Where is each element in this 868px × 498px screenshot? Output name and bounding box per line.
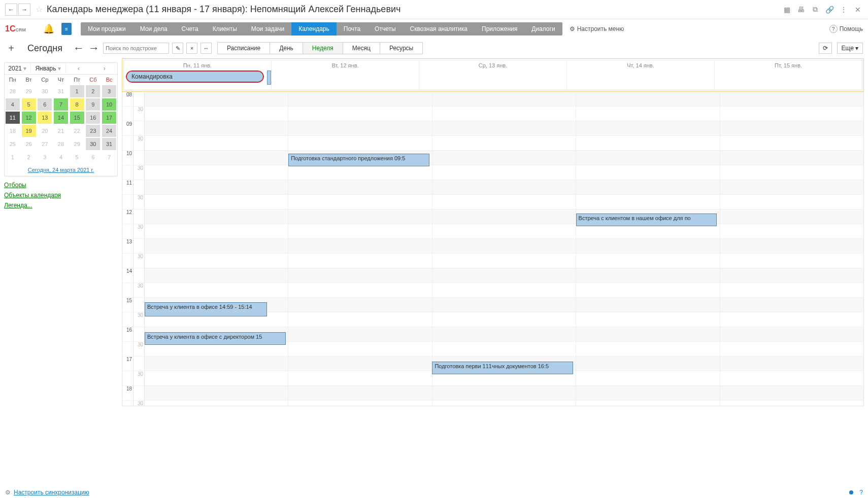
calendar-day[interactable]: 12 — [22, 112, 36, 124]
sidebar-link[interactable]: Отборы — [4, 182, 118, 189]
month-select[interactable]: Январь ▾ — [31, 63, 66, 74]
clear-icon[interactable]: × — [186, 43, 197, 54]
menu-item[interactable]: Приложения — [475, 22, 524, 35]
calendar-day[interactable]: 6 — [38, 98, 52, 111]
view-tab[interactable]: Месяц — [343, 42, 380, 54]
search-input[interactable] — [103, 43, 169, 54]
calendar-event[interactable]: Встреча у клиента в офисе 14:59 - 15:14 — [145, 302, 267, 316]
day-header: Чт, 14 янв. — [568, 61, 713, 69]
calendar-day[interactable]: 18 — [6, 125, 20, 137]
calendar-day[interactable]: 3 — [38, 151, 52, 163]
today-link[interactable]: Сегодня, 24 марта 2021 г. — [5, 164, 117, 176]
menu-item[interactable]: Счета — [175, 22, 206, 35]
close-icon[interactable]: ✕ — [853, 5, 863, 15]
calendar-day[interactable]: 11 — [6, 112, 20, 124]
calendar-event[interactable]: Встреча с клиентом в нашем офисе для по — [576, 214, 717, 226]
calendar-day[interactable]: 30 — [86, 138, 100, 150]
day-header: Ср, 13 янв. — [420, 61, 565, 69]
prev-button[interactable]: ← — [73, 42, 85, 55]
edit-icon[interactable]: ✎ — [172, 43, 183, 54]
calendar-event[interactable]: Подготовка перви 111чных документов 16:5 — [432, 362, 573, 374]
calendar-day[interactable]: 7 — [102, 151, 116, 163]
page-title: Календарь менеджера (11 января - 17 янва… — [47, 4, 400, 15]
calendar-day[interactable]: 13 — [38, 112, 52, 124]
allday-event[interactable]: Командировка — [126, 70, 264, 83]
chevron-down-icon: ▾ — [855, 45, 858, 52]
menu-item[interactable]: Отчеты — [368, 22, 403, 35]
menu-item[interactable]: Мои задачи — [244, 22, 291, 35]
menu-item[interactable]: Мои продажи — [81, 22, 133, 35]
calendar-day[interactable]: 31 — [102, 138, 116, 150]
calendar-day[interactable]: 17 — [102, 112, 116, 124]
add-button[interactable]: + — [5, 43, 17, 54]
calendar-day[interactable]: 3 — [102, 85, 116, 97]
calendar-day[interactable]: 7 — [54, 98, 68, 111]
menu-item[interactable]: Диалоги — [524, 22, 562, 35]
calendar-day[interactable]: 28 — [54, 138, 68, 150]
calendar-day[interactable]: 27 — [38, 138, 52, 150]
calendar-day[interactable]: 8 — [70, 98, 84, 111]
calendar-day[interactable]: 24 — [102, 125, 116, 137]
calendar-day[interactable]: 2 — [22, 151, 36, 163]
calendar-event[interactable]: Подготовка стандартного предложения 09:5 — [288, 154, 429, 166]
sidebar-link[interactable]: Легенда... — [4, 202, 118, 209]
calendar-day[interactable]: 1 — [70, 85, 84, 97]
calendar-day[interactable]: 20 — [38, 125, 52, 137]
menu-item[interactable]: Мои дела — [133, 22, 175, 35]
calendar-day[interactable]: 26 — [22, 138, 36, 150]
help-link[interactable]: ?Помощь — [829, 25, 863, 33]
calendar-day[interactable]: 30 — [38, 85, 52, 97]
view-tab[interactable]: День — [270, 42, 303, 54]
calendar-day[interactable]: 16 — [86, 112, 100, 124]
calendar-day[interactable]: 4 — [54, 151, 68, 163]
calendar-day[interactable]: 21 — [54, 125, 68, 137]
menu-item[interactable]: Календарь — [291, 22, 337, 35]
calendar-day[interactable]: 29 — [70, 138, 84, 150]
menu-settings[interactable]: ⚙Настроить меню — [570, 25, 624, 32]
calendar-day[interactable]: 29 — [22, 85, 36, 97]
back-button[interactable]: ← — [5, 4, 17, 16]
month-next[interactable]: › — [91, 63, 117, 74]
calendar-day[interactable]: 5 — [70, 151, 84, 163]
calendar-day[interactable]: 14 — [54, 112, 68, 124]
gear-icon: ⚙ — [570, 25, 575, 32]
calendar-day[interactable]: 4 — [6, 98, 20, 111]
calendar-day[interactable]: 1 — [6, 151, 20, 163]
calendar-day[interactable]: 15 — [70, 112, 84, 124]
view-tab[interactable]: Ресурсы — [380, 42, 423, 54]
calendar-day[interactable]: 6 — [86, 151, 100, 163]
expand-icon[interactable]: ↔ — [201, 43, 212, 54]
report-icon[interactable]: ▦ — [782, 5, 792, 15]
calendar-day[interactable]: 5 — [22, 98, 36, 111]
sidebar-link[interactable]: Объекты календаря — [4, 192, 118, 199]
forward-button[interactable]: → — [18, 4, 30, 16]
print-icon[interactable]: 🖶 — [796, 5, 806, 15]
bell-icon[interactable]: 🔔 — [43, 23, 54, 34]
next-button[interactable]: → — [88, 42, 100, 55]
copy-icon[interactable]: ⧉ — [810, 5, 820, 15]
calendar-day[interactable]: 10 — [102, 98, 116, 111]
link-icon[interactable]: 🔗 — [824, 5, 834, 15]
calendar-day[interactable]: 2 — [86, 85, 100, 97]
calendar-day[interactable]: 23 — [86, 125, 100, 137]
refresh-button[interactable]: ⟳ — [819, 43, 832, 54]
year-select[interactable]: 2021 ▾ — [5, 63, 31, 74]
more-button[interactable]: Еще▾ — [837, 43, 863, 54]
menu-item[interactable]: Клиенты — [206, 22, 244, 35]
month-prev[interactable]: ‹ — [66, 63, 92, 74]
calendar-day[interactable]: 28 — [6, 85, 20, 97]
clipboard-icon[interactable]: ≡ — [61, 23, 72, 35]
favorite-icon[interactable]: ☆ — [36, 5, 43, 14]
kebab-icon[interactable]: ⋮ — [839, 5, 849, 15]
calendar-day[interactable]: 19 — [22, 125, 36, 137]
calendar-day[interactable]: 9 — [86, 98, 100, 111]
view-tab[interactable]: Неделя — [303, 42, 343, 54]
calendar-day[interactable]: 25 — [6, 138, 20, 150]
menu-item[interactable]: Почта — [337, 22, 368, 35]
view-tab[interactable]: Расписание — [217, 42, 270, 54]
calendar-day[interactable]: 22 — [70, 125, 84, 137]
today-label[interactable]: Сегодня — [27, 43, 62, 54]
calendar-event[interactable]: Встреча у клиента в офисе с директором 1… — [145, 332, 286, 345]
menu-item[interactable]: Сквозная аналитика — [403, 22, 475, 35]
calendar-day[interactable]: 31 — [54, 85, 68, 97]
